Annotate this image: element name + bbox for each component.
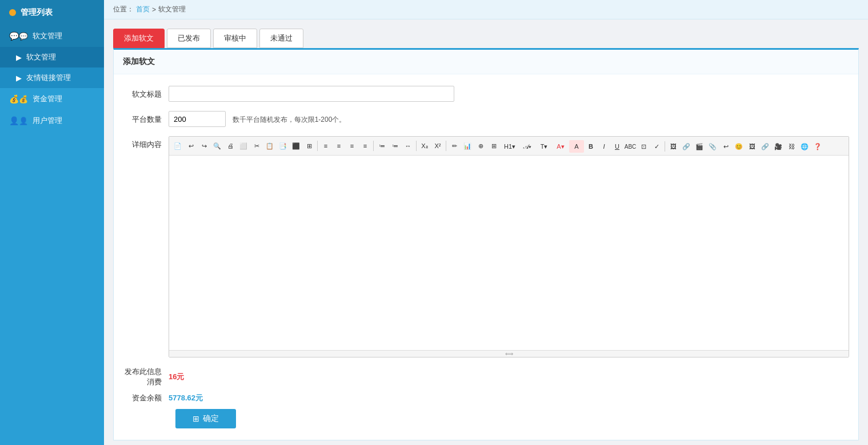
sidebar-header: 管理列表: [0, 0, 104, 25]
tab-add[interactable]: 添加软文: [113, 29, 165, 48]
form-row-qty: 平台数量 数千平台随机发布，每次限1-200个。: [123, 111, 849, 127]
tb-image2[interactable]: 🖼: [746, 140, 758, 153]
cost-value: 16元: [169, 372, 184, 382]
sidebar-item-yonghu-label: 用户管理: [33, 116, 62, 126]
sidebar-sub-ruanwen-label: 软文管理: [26, 52, 56, 62]
sidebar-item-ruanwen-label: 软文管理: [33, 31, 62, 41]
tb-sep4: [446, 141, 446, 151]
tb-underline[interactable]: U: [611, 140, 623, 153]
tb-image[interactable]: 🖼: [667, 140, 679, 153]
tb-align-left[interactable]: ≡: [319, 140, 332, 152]
sidebar-item-zijin-label: 资金管理: [33, 94, 62, 104]
arrow-right-icon: ▶: [16, 53, 22, 62]
submit-button[interactable]: 确定: [175, 409, 236, 428]
tb-flash[interactable]: 🔗: [680, 140, 693, 153]
sidebar-sub-item-ruanwen-mgr[interactable]: ▶ 软文管理: [0, 47, 104, 67]
tb-heading[interactable]: H1▾: [501, 140, 519, 153]
tb-unlink[interactable]: 🌐: [798, 140, 811, 153]
breadcrumb-prefix: 位置：: [113, 5, 134, 14]
tb-table[interactable]: ⊞: [303, 140, 315, 152]
sidebar-item-yonghu[interactable]: 👤 用户管理: [0, 110, 104, 132]
form-body: 软文标题 平台数量 数千平台随机发布，每次限1-200个。 详细内容: [114, 74, 858, 440]
tb-indent[interactable]: ↔: [402, 140, 414, 152]
tb-indent2[interactable]: ↩: [719, 140, 732, 153]
tb-print[interactable]: 🖨: [224, 140, 237, 152]
field-article-title: [169, 86, 849, 102]
breadcrumb: 位置： 首页 > 软文管理: [104, 0, 868, 19]
tb-new-doc[interactable]: 📄: [171, 140, 184, 152]
tb-copy[interactable]: 📋: [263, 140, 276, 152]
tb-align-justify[interactable]: ≡: [359, 140, 371, 152]
tb-italic[interactable]: I: [598, 140, 610, 153]
content-area: 添加软文 已发布 审核中 未通过 添加软文 软文标题 平台数量: [104, 19, 868, 445]
field-platform-count: 数千平台随机发布，每次限1-200个。: [169, 111, 849, 127]
tb-superscript[interactable]: X²: [431, 140, 444, 152]
tb-unordered-list[interactable]: ≔: [389, 140, 401, 152]
editor-container: 📄 ↩ ↪ 🔍 🖨 ⬜ ✂ 📋 📑 ⬛: [169, 136, 849, 357]
chat-icon: 💬: [9, 31, 28, 41]
tb-undo[interactable]: ↩: [185, 140, 197, 152]
tb-sep1: [317, 141, 318, 151]
tb-ordered-list[interactable]: ≔: [375, 140, 388, 152]
tb-anchor[interactable]: ⛓: [785, 140, 798, 153]
tb-attach[interactable]: 📎: [706, 140, 719, 153]
qty-hint: 数千平台随机发布，每次限1-200个。: [233, 116, 346, 124]
user-icon: 👤: [9, 116, 28, 125]
toolbar-row-1: 📄 ↩ ↪ 🔍 🖨 ⬜ ✂ 📋 📑 ⬛: [171, 139, 500, 153]
tb-subscript[interactable]: X₂: [418, 140, 431, 152]
label-article-title: 软文标题: [123, 86, 169, 100]
tb-font-color[interactable]: A▾: [553, 140, 569, 153]
tb-plugin[interactable]: ⊕: [474, 140, 487, 152]
tb-more[interactable]: ⊞: [487, 140, 500, 152]
tb-media[interactable]: 🎬: [693, 140, 706, 153]
form-row-title: 软文标题: [123, 86, 849, 102]
main-area: 位置： 首页 > 软文管理 添加软文 已发布 审核中 未通过 添加软文 软文标题: [104, 0, 868, 445]
tb-emotion[interactable]: 😊: [733, 140, 745, 153]
editor-resize-handle[interactable]: ⟺: [169, 350, 849, 357]
tb-paste[interactable]: 📑: [277, 140, 289, 152]
platform-count-input[interactable]: [169, 111, 226, 127]
tab-review[interactable]: 审核中: [213, 29, 257, 48]
tab-published[interactable]: 已发布: [167, 29, 211, 48]
tab-rejected[interactable]: 未通过: [259, 29, 303, 48]
tb-video[interactable]: 🎥: [772, 140, 785, 153]
breadcrumb-home[interactable]: 首页: [136, 5, 150, 14]
tb-source[interactable]: ✏: [448, 140, 461, 152]
tb-font-style[interactable]: 𝒜▾: [519, 140, 535, 153]
sidebar-sub-friend-label: 友情链接管理: [26, 73, 71, 83]
field-detail: 📄 ↩ ↪ 🔍 🖨 ⬜ ✂ 📋 📑 ⬛: [169, 136, 849, 357]
tb-link[interactable]: 🔗: [759, 140, 771, 153]
tb-sep3: [416, 141, 417, 151]
tb-font-size[interactable]: T▾: [536, 140, 552, 153]
tb-find[interactable]: 🔍: [211, 140, 223, 152]
tb-align-right[interactable]: ≡: [346, 140, 358, 152]
cost-label: 发布此信息消费: [123, 367, 169, 387]
tb-chart[interactable]: 📊: [461, 140, 474, 152]
sidebar-sub-item-friend-link[interactable]: ▶ 友情链接管理: [0, 67, 104, 88]
tb-redo[interactable]: ↪: [198, 140, 210, 152]
sidebar-item-zijin[interactable]: 💰 资金管理: [0, 88, 104, 110]
toolbar-row-2: H1▾ 𝒜▾ T▾ A▾ A B I U ABC ⊡: [501, 140, 824, 153]
info-row-cost: 发布此信息消费 16元: [123, 367, 849, 387]
sidebar-item-ruanwen[interactable]: 💬 软文管理: [0, 25, 104, 47]
submit-icon: [193, 414, 199, 423]
tb-align-center[interactable]: ≡: [333, 140, 345, 152]
sidebar-logo-dot: [9, 9, 16, 16]
tb-help[interactable]: ❓: [811, 140, 824, 153]
tb-font-bg[interactable]: A: [569, 140, 584, 153]
balance-label: 资金余额: [123, 393, 169, 403]
label-platform-count: 平台数量: [123, 111, 169, 125]
sidebar: 管理列表 💬 软文管理 ▶ 软文管理 ▶ 友情链接管理 💰 资金管理 👤 用户管…: [0, 0, 104, 445]
balance-value: 5778.62元: [169, 393, 203, 403]
tb-strikethrough[interactable]: ABC: [624, 140, 637, 153]
editor-body[interactable]: [169, 156, 849, 350]
article-title-input[interactable]: [169, 86, 454, 102]
tb-bold[interactable]: B: [585, 140, 597, 153]
tb-preview[interactable]: ⬜: [237, 140, 250, 152]
tb-clear-format[interactable]: ✓: [650, 140, 663, 153]
tb-special-char[interactable]: ⊡: [637, 140, 650, 153]
tab-bar: 添加软文 已发布 审核中 未通过: [113, 29, 859, 48]
tb-cut[interactable]: ✂: [250, 140, 263, 152]
tb-sep5: [665, 141, 665, 152]
tb-paste-plain[interactable]: ⬛: [290, 140, 302, 152]
